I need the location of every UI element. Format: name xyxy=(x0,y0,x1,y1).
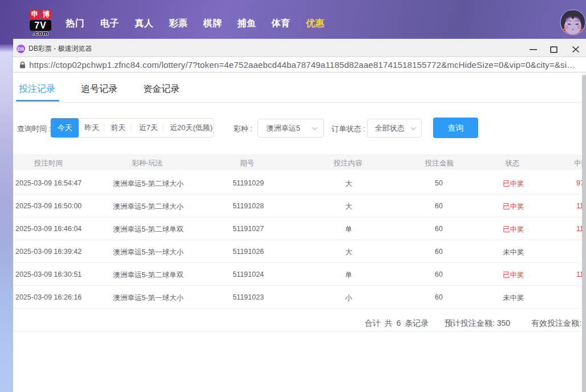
svg-text:DB: DB xyxy=(18,46,25,52)
